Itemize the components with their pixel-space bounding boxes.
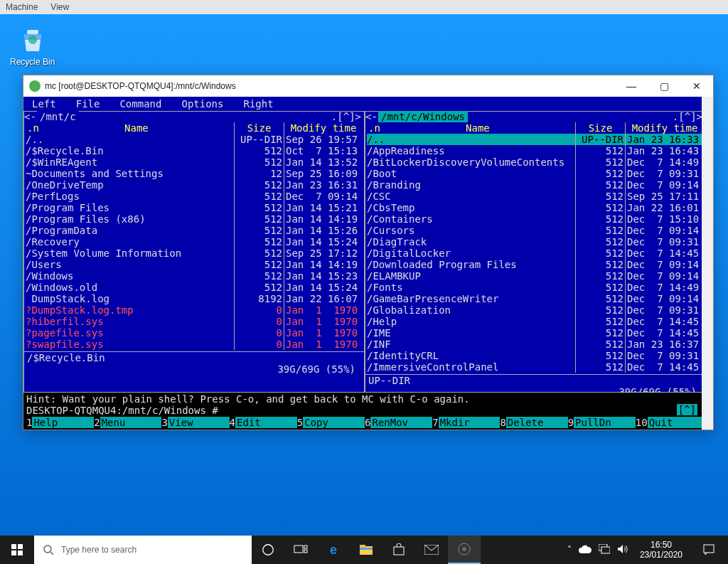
task-explorer[interactable] bbox=[350, 536, 382, 564]
file-row[interactable]: /IME512Dec 7 14:45 bbox=[367, 327, 704, 339]
taskbar-search[interactable]: Type here to search bbox=[34, 536, 252, 564]
mc-menu-left[interactable]: Left bbox=[26, 98, 70, 110]
desktop-recycle-bin[interactable]: Recycle Bin bbox=[10, 26, 55, 67]
file-row[interactable]: /Help512Dec 7 14:45 bbox=[367, 316, 704, 327]
right-panel[interactable]: <- /mnt/c/Windows .[^]> .nName Size Modi… bbox=[365, 111, 706, 393]
fkey-edit[interactable]: 4Edit bbox=[230, 417, 297, 428]
left-panel-path[interactable]: /mnt/c bbox=[37, 111, 79, 122]
mc-body: Left File Command Options Right <- /mnt/… bbox=[23, 97, 713, 430]
file-row[interactable]: /BitLockerDiscoveryVolumeContents512Dec … bbox=[367, 156, 704, 168]
start-button[interactable] bbox=[0, 536, 34, 564]
vertical-scrollbar[interactable] bbox=[702, 97, 713, 430]
file-row[interactable]: /Windows.old512Jan 14 15:24 bbox=[26, 282, 363, 293]
file-row[interactable]: ~Documents and Settings12Sep 25 16:09 bbox=[26, 168, 363, 179]
file-row[interactable]: /Downloaded Program Files512Dec 7 09:14 bbox=[367, 259, 704, 270]
taskbar-clock[interactable]: 16:50 23/01/2020 bbox=[636, 540, 687, 560]
file-row[interactable]: ?DumpStack.log.tmp0Jan 1 1970 bbox=[26, 304, 363, 316]
file-row[interactable]: /Containers512Dec 7 15:10 bbox=[367, 213, 704, 225]
close-button[interactable]: ✕ bbox=[680, 75, 713, 97]
svg-point-7 bbox=[263, 545, 273, 555]
file-row[interactable]: /Boot512Dec 7 09:31 bbox=[367, 168, 704, 179]
file-row[interactable]: /OneDriveTemp512Jan 23 16:31 bbox=[26, 179, 363, 191]
file-row[interactable]: /CSC512Sep 25 17:11 bbox=[367, 191, 704, 202]
file-row[interactable]: /DiagTrack512Dec 7 09:31 bbox=[367, 236, 704, 248]
file-row[interactable]: /Branding512Dec 7 09:14 bbox=[367, 179, 704, 191]
file-row[interactable]: /PerfLogs512Dec 7 09:14 bbox=[26, 191, 363, 202]
file-row[interactable]: /Program Files (x86)512Jan 14 14:19 bbox=[26, 213, 363, 225]
file-row[interactable]: /..UP--DIRSep 26 19:57 bbox=[26, 134, 363, 145]
right-panel-corner[interactable]: .[^]> bbox=[673, 111, 702, 122]
file-row[interactable]: /Users512Jan 14 14:19 bbox=[26, 259, 363, 270]
file-row[interactable]: /ProgramData512Jan 14 15:26 bbox=[26, 225, 363, 236]
fkey-copy[interactable]: 5Copy bbox=[297, 417, 365, 428]
file-row[interactable]: /AppReadiness512Jan 23 16:43 bbox=[367, 145, 704, 156]
file-row[interactable]: /ELAMBKUP512Dec 7 09:14 bbox=[367, 270, 704, 282]
panel-nav-left-icon[interactable]: <- bbox=[365, 111, 378, 122]
vm-menubar[interactable]: Machine View bbox=[0, 0, 728, 14]
file-row[interactable]: /INF512Jan 23 16:37 bbox=[367, 339, 704, 350]
taskbar[interactable]: Type here to search e ˄ 16:50 23/01/2020 bbox=[0, 536, 728, 564]
file-row[interactable]: /Program Files512Jan 14 15:21 bbox=[26, 202, 363, 213]
fkey-renmov[interactable]: 6RenMov bbox=[365, 417, 432, 428]
task-cortana[interactable] bbox=[252, 536, 284, 564]
file-row[interactable]: /CbsTemp512Jan 22 16:01 bbox=[367, 202, 704, 213]
tray-up-icon[interactable]: ˄ bbox=[567, 545, 572, 555]
fkey-menu[interactable]: 2Menu bbox=[94, 417, 161, 428]
onedrive-icon[interactable] bbox=[579, 545, 592, 555]
panel-nav-left-icon[interactable]: <- bbox=[24, 111, 36, 122]
file-row[interactable]: /DigitalLocker512Dec 7 14:45 bbox=[367, 248, 704, 259]
mc-menu-file[interactable]: File bbox=[70, 98, 114, 110]
left-file-list[interactable]: /..UP--DIRSep 26 19:57/$Recycle.Bin512Oc… bbox=[24, 134, 364, 350]
file-row[interactable]: ?hiberfil.sys0Jan 1 1970 bbox=[26, 316, 363, 327]
recycle-bin-icon bbox=[18, 26, 47, 54]
system-tray[interactable]: ˄ 16:50 23/01/2020 bbox=[567, 536, 728, 564]
file-row[interactable]: ?swapfile.sys0Jan 1 1970 bbox=[26, 339, 363, 350]
vm-menu-view[interactable]: View bbox=[50, 2, 69, 12]
minimize-button[interactable]: — bbox=[615, 75, 648, 97]
fkey-mkdir[interactable]: 7Mkdir bbox=[432, 417, 500, 428]
task-edge[interactable]: e bbox=[317, 536, 350, 564]
task-mail[interactable] bbox=[415, 536, 448, 564]
file-row[interactable]: /..UP--DIRJan 23 16:33 bbox=[367, 134, 704, 145]
function-keys[interactable]: 1Help2Menu3View4Edit5Copy6RenMov7Mkdir8D… bbox=[23, 417, 706, 430]
fkey-quit[interactable]: 10Quit bbox=[636, 417, 703, 428]
left-cols: .nName Size Modify time bbox=[24, 122, 364, 134]
file-row[interactable]: /ImmersiveControlPanel512Dec 7 14:45 bbox=[367, 361, 704, 373]
task-terminal[interactable] bbox=[448, 536, 481, 564]
shell-prompt[interactable]: DESKTOP-QTQMQU4:/mnt/c/Windows # bbox=[26, 405, 703, 416]
mc-menu-options[interactable]: Options bbox=[176, 98, 237, 110]
file-row[interactable]: /Fonts512Dec 7 14:49 bbox=[367, 282, 704, 293]
right-panel-path[interactable]: /mnt/c/Windows bbox=[378, 111, 468, 122]
fkey-help[interactable]: 1Help bbox=[26, 417, 94, 428]
maximize-button[interactable]: ▢ bbox=[648, 75, 680, 97]
fkey-delete[interactable]: 8Delete bbox=[500, 417, 567, 428]
file-row[interactable]: /$Recycle.Bin512Oct 7 15:13 bbox=[26, 145, 363, 156]
window-titlebar[interactable]: mc [root@DESKTOP-QTQMQU4]:/mnt/c/Windows… bbox=[23, 75, 713, 97]
file-row[interactable]: /$WinREAgent512Jan 14 13:52 bbox=[26, 156, 363, 168]
network-icon[interactable] bbox=[599, 544, 610, 556]
shell-area[interactable]: Hint: Want your plain shell? Press C-o, … bbox=[23, 393, 706, 417]
file-row[interactable]: /Windows512Jan 14 15:23 bbox=[26, 270, 363, 282]
notifications-icon[interactable] bbox=[694, 544, 724, 555]
fkey-view[interactable]: 3View bbox=[161, 417, 229, 428]
fkey-pulldn[interactable]: 9PullDn bbox=[568, 417, 636, 428]
file-row[interactable]: /GameBarPresenceWriter512Dec 7 09:14 bbox=[367, 293, 704, 304]
file-row[interactable]: /Globalization512Dec 7 09:31 bbox=[367, 304, 704, 316]
file-row[interactable]: ?pagefile.sys0Jan 1 1970 bbox=[26, 327, 363, 339]
mc-menubar[interactable]: Left File Command Options Right bbox=[23, 97, 706, 111]
left-panel[interactable]: <- /mnt/c .[^]> .nName Size Modify time … bbox=[23, 111, 365, 393]
file-row[interactable]: /System Volume Information512Sep 25 17:1… bbox=[26, 248, 363, 259]
mc-menu-right[interactable]: Right bbox=[237, 98, 287, 110]
left-status: /$Recycle.Bin bbox=[24, 351, 364, 363]
file-row[interactable]: /Cursors512Dec 7 09:14 bbox=[367, 225, 704, 236]
right-file-list[interactable]: /..UP--DIRJan 23 16:33/AppReadiness512Ja… bbox=[365, 134, 705, 373]
mc-menu-command[interactable]: Command bbox=[114, 98, 176, 110]
file-row[interactable]: /Recovery512Jan 14 15:24 bbox=[26, 236, 363, 248]
task-store[interactable] bbox=[382, 536, 415, 564]
file-row[interactable]: DumpStack.log8192Jan 22 16:07 bbox=[26, 293, 363, 304]
left-panel-corner[interactable]: .[^]> bbox=[331, 111, 361, 122]
volume-icon[interactable] bbox=[617, 544, 628, 556]
task-taskview[interactable] bbox=[284, 536, 317, 564]
file-row[interactable]: /IdentityCRL512Dec 7 09:31 bbox=[367, 350, 704, 361]
vm-menu-machine[interactable]: Machine bbox=[6, 2, 38, 12]
